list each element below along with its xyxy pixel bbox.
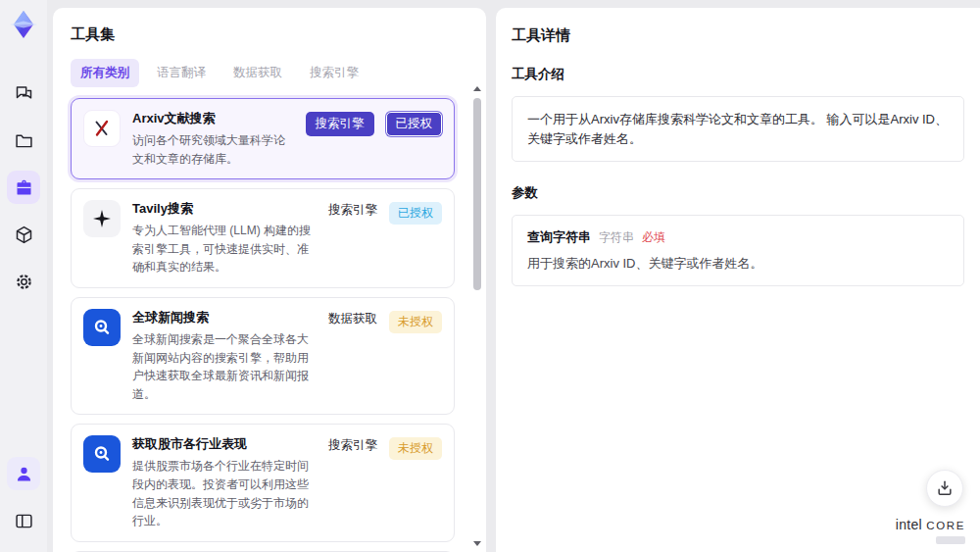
intel-core-logo: intel core bbox=[896, 516, 965, 544]
tab-all-categories[interactable]: 所有类别 bbox=[71, 59, 139, 87]
intro-heading: 工具介绍 bbox=[512, 66, 964, 83]
nav-chat-icon[interactable] bbox=[7, 76, 40, 110]
params-heading: 参数 bbox=[512, 184, 964, 202]
scroll-up-icon[interactable] bbox=[473, 86, 481, 91]
tab-data-fetch[interactable]: 数据获取 bbox=[223, 59, 292, 87]
param-desc: 用于搜索的Arxiv ID、关键字或作者姓名。 bbox=[527, 255, 949, 273]
tool-icon bbox=[83, 309, 121, 346]
nav-files-icon[interactable] bbox=[7, 124, 40, 157]
tool-details-panel: 工具详情 工具介绍 一个用于从Arxiv存储库搜索科学论文和文章的工具。 输入可… bbox=[496, 8, 980, 552]
tool-name: Arxiv文献搜索 bbox=[132, 110, 294, 127]
scrollbar-thumb[interactable] bbox=[473, 98, 481, 290]
tool-desc: 全球新闻搜索是一个聚合全球各大新闻网站内容的搜索引擎，帮助用户快速获取全球最新资… bbox=[132, 330, 317, 403]
tool-card[interactable]: Arxiv文献搜索 访问各个研究领域大量科学论文和文章的存储库。 搜索引擎 已授… bbox=[71, 98, 455, 179]
tool-status-badge: 未授权 bbox=[389, 311, 442, 333]
nav-models-icon[interactable] bbox=[7, 218, 40, 251]
tab-search-engine[interactable]: 搜索引擎 bbox=[300, 59, 368, 87]
tool-category-tag: 数据获取 bbox=[328, 311, 377, 327]
param-card: 查询字符串 字符串 必填 用于搜索的Arxiv ID、关键字或作者姓名。 bbox=[512, 215, 964, 286]
download-button[interactable] bbox=[926, 470, 963, 507]
tool-name: 全球新闻搜索 bbox=[132, 309, 317, 326]
intel-core-sublabel bbox=[936, 536, 965, 544]
param-type: 字符串 bbox=[599, 229, 634, 246]
nav-panel-toggle-icon[interactable] bbox=[7, 504, 40, 537]
scroll-down-icon[interactable] bbox=[473, 541, 481, 546]
tool-category-tag: 搜索引擎 bbox=[328, 202, 377, 219]
app-logo-icon bbox=[8, 9, 39, 40]
tool-icon bbox=[83, 435, 121, 473]
app-sidebar bbox=[0, 0, 47, 552]
tool-icon bbox=[83, 110, 121, 147]
download-icon bbox=[935, 478, 955, 498]
details-title: 工具详情 bbox=[512, 26, 964, 45]
tool-desc: 专为人工智能代理 (LLM) 构建的搜索引擎工具，可快速提供实时、准确和真实的结… bbox=[132, 222, 317, 276]
tool-status-badge: 已授权 bbox=[389, 202, 442, 225]
tool-card[interactable]: Tavily搜索 专为人工智能代理 (LLM) 构建的搜索引擎工具，可快速提供实… bbox=[71, 188, 455, 288]
param-required-flag: 必填 bbox=[642, 229, 665, 246]
tool-desc: 访问各个研究领域大量科学论文和文章的存储库。 bbox=[132, 131, 294, 168]
param-name: 查询字符串 bbox=[527, 228, 591, 246]
tool-card[interactable]: 获取股市各行业表现 提供股票市场各个行业在特定时间段内的表现。投资者可以利用这些… bbox=[71, 424, 455, 541]
page-title: 工具集 bbox=[71, 25, 470, 44]
nav-profile-icon[interactable] bbox=[7, 457, 40, 490]
tool-icon bbox=[83, 200, 121, 237]
nav-settings-icon[interactable] bbox=[7, 265, 40, 298]
tool-desc: 提供股票市场各个行业在特定时间段内的表现。投资者可以利用这些信息来识别表现优于或… bbox=[132, 457, 317, 529]
intel-logo-text: intel bbox=[896, 517, 922, 532]
tools-panel: 工具集 所有类别 语言翻译 数据获取 搜索引擎 Arxiv文献搜索 访问各个研究… bbox=[53, 8, 486, 552]
tool-status-badge: 未授权 bbox=[389, 437, 442, 460]
core-logo-text: core bbox=[926, 520, 965, 531]
tool-intro-text: 一个用于从Arxiv存储库搜索科学论文和文章的工具。 输入可以是Arxiv ID… bbox=[512, 96, 964, 162]
tool-name: 获取股市各行业表现 bbox=[132, 435, 317, 453]
tool-category-tag: 搜索引擎 bbox=[306, 112, 374, 136]
tool-card[interactable]: 全球新闻搜索 全球新闻搜索是一个聚合全球各大新闻网站内容的搜索引擎，帮助用户快速… bbox=[71, 297, 455, 415]
tool-status-badge: 已授权 bbox=[386, 112, 443, 136]
tab-language-translation[interactable]: 语言翻译 bbox=[147, 59, 216, 87]
tool-list-scrollbar bbox=[472, 86, 482, 546]
tool-category-tag: 搜索引擎 bbox=[328, 437, 377, 454]
tool-list: Arxiv文献搜索 访问各个研究领域大量科学论文和文章的存储库。 搜索引擎 已授… bbox=[71, 98, 470, 552]
tool-name: Tavily搜索 bbox=[132, 200, 317, 218]
category-tabs: 所有类别 语言翻译 数据获取 搜索引擎 bbox=[71, 59, 470, 87]
nav-tools-icon[interactable] bbox=[7, 171, 40, 204]
